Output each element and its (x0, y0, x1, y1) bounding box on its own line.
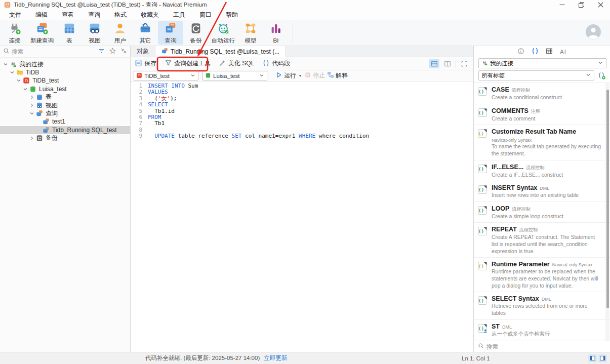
menu-帮助[interactable]: 帮助 (219, 10, 245, 20)
snippet-item-INSERT Syntax[interactable]: ()INSERT SyntaxDMLInsert new rows into a… (474, 181, 610, 202)
toolbar-autorun-button[interactable]: 自动运行 (209, 21, 238, 45)
chevron-right-icon[interactable] (29, 103, 35, 107)
snippet-item-CASE[interactable]: ()CASE流程控制Create a conditional construct (474, 83, 610, 104)
save-button[interactable]: 保存 (135, 59, 156, 68)
toolbar-table-button[interactable]: 表 (57, 21, 82, 45)
menu-格式[interactable]: 格式 (107, 10, 134, 20)
code-snippet-paren-icon (262, 59, 270, 68)
snippet-item-IF...ELSE...[interactable]: ()IF...ELSE...流程控制Create a IF...ELSE... … (474, 160, 610, 182)
beautify-wand-icon (219, 59, 226, 68)
toolbar-separator (293, 23, 293, 43)
tree-item-视图[interactable]: 视图 (0, 101, 130, 109)
tree-item-备份[interactable]: 备份 (0, 134, 130, 142)
tree-item-test1[interactable]: test1 (0, 117, 130, 126)
tree-item-Tidb_Running SQL_test[interactable]: Tidb_Running SQL_test (0, 126, 130, 134)
menu-文件[interactable]: 文件 (2, 10, 28, 20)
code-line-6: 6FROM (131, 114, 473, 120)
sql-editor[interactable]: 1INSERT INTO Sum2VALUES3 ('女');4SELECT5 … (131, 82, 473, 352)
info-icon[interactable] (517, 48, 524, 56)
toggle-left-panel-icon[interactable] (588, 354, 597, 362)
tree-item-TiDB[interactable]: TiDB (0, 68, 130, 76)
svg-text:(): () (478, 131, 484, 136)
connection-plug-icon (481, 60, 487, 67)
menu-查看[interactable]: 查看 (55, 10, 81, 20)
result-grid-icon[interactable] (546, 48, 553, 56)
toolbar-query-button[interactable]: 查询 (158, 21, 183, 45)
code-snippet-button[interactable]: 代码段 (262, 59, 290, 68)
snippet-item-Runtime Parameter[interactable]: ()Runtime ParameterNavicat-only SyntaxRu… (474, 258, 610, 292)
run-button[interactable]: 运行 (275, 71, 296, 80)
chevron-down-icon[interactable] (29, 111, 35, 115)
split-horizontal-button[interactable] (429, 59, 439, 68)
toolbar-connect-button[interactable]: 连接 (2, 21, 27, 45)
beautify-sql-button[interactable]: 美化 SQL (219, 59, 254, 68)
chevron-down-icon[interactable] (9, 70, 15, 74)
tag-filter-select[interactable]: 所有标签 (478, 70, 594, 80)
toolbar-user-button[interactable]: 用户 (107, 21, 133, 45)
snippet-item-ST[interactable]: ()STDML从一个或多个表中检索行 (474, 320, 610, 341)
snippet-item-REPEAT[interactable]: ()REPEAT流程控制Create A REPEAT construct. T… (474, 223, 610, 258)
ai-tab-icon[interactable]: AI (560, 49, 566, 55)
chevron-down-icon[interactable] (22, 87, 28, 91)
fullscreen-button[interactable] (459, 59, 469, 68)
snippet-connection-select[interactable]: 我的连接 (478, 58, 606, 68)
toolbar-backup-button[interactable]: 备份 (183, 21, 209, 45)
backup-sm-icon (36, 135, 44, 142)
tab-query-document[interactable]: Tidb_Running SQL_test @Luisa_test (... (155, 46, 286, 57)
tree-item-表[interactable]: 表 (0, 93, 130, 101)
tree-item-查询[interactable]: 查询 (0, 109, 130, 117)
tidb-connection-icon: Ti (136, 72, 142, 79)
toolbar-other-button[interactable]: 其它▾ (133, 21, 158, 45)
snippet-item-SELECT Syntax[interactable]: ()SELECT SyntaxDMLRetrieve rows selected… (474, 292, 610, 319)
snippet-item-Total(Customer)[interactable]: ()Total(Customer)统计所有消费者的消费金额 (474, 340, 610, 341)
restore-button[interactable] (572, 0, 591, 10)
menu-查询[interactable]: 查询 (81, 10, 107, 20)
update-now-link[interactable]: 立即更新 (264, 354, 287, 362)
snippet-search-input[interactable] (486, 344, 606, 350)
snippet-item-Customize Result Tab Name[interactable]: ()Customize Result Tab NameNavicat-only … (474, 125, 610, 160)
split-vertical-button[interactable] (442, 59, 453, 68)
user-avatar[interactable] (586, 24, 601, 41)
menu-工具[interactable]: 工具 (166, 10, 192, 20)
chevron-down-icon[interactable] (16, 78, 22, 83)
chevron-down-icon[interactable] (3, 62, 9, 66)
minimize-button[interactable] (552, 0, 572, 10)
toolbar-new-query-button[interactable]: 新建查询 (27, 21, 57, 45)
toolbar-model-button[interactable]: 模型 (238, 21, 263, 45)
tab-对象[interactable]: 对象 (131, 46, 155, 57)
favorites-star-icon[interactable] (109, 48, 116, 56)
filter-icon[interactable] (98, 48, 105, 56)
status-bar: 代码补全就绪. (最后更新: 2025-05-27 14:00) 立即更新 Ln… (0, 352, 610, 364)
close-button[interactable] (591, 0, 610, 10)
menu-收藏夹[interactable]: 收藏夹 (134, 10, 166, 20)
stop-button[interactable]: 停止 (304, 71, 325, 80)
snippet-item-LOOP[interactable]: ()LOOP流程控制Create a simple loop construct (474, 202, 610, 223)
connection-select[interactable]: Ti TiDB_test (134, 71, 198, 80)
collapse-all-icon[interactable] (120, 48, 127, 56)
tree-item-我的连接[interactable]: 我的连接 (0, 60, 130, 68)
snippet-item-COMMENTS[interactable]: ()COMMENTS注释Create a comment (474, 104, 610, 126)
toolbar-view-button[interactable]: 视图 (82, 21, 107, 45)
toolbar-bi-button[interactable]: BI (263, 21, 289, 45)
chevron-right-icon[interactable] (29, 95, 35, 99)
database-select[interactable]: Luisa_test (202, 71, 267, 80)
table-icon (63, 22, 76, 36)
run-dropdown-caret[interactable]: ▾ (299, 73, 301, 78)
menu-窗口[interactable]: 窗口 (192, 10, 219, 20)
explain-button[interactable]: 解释 (327, 71, 348, 80)
toggle-right-panel-icon[interactable] (598, 354, 607, 362)
snippet-paren-icon[interactable] (532, 48, 539, 56)
new-snippet-button[interactable] (596, 71, 606, 80)
menu-编辑[interactable]: 编辑 (28, 10, 55, 20)
view-sm-icon (36, 102, 44, 109)
scrollbar-thumb[interactable] (606, 90, 609, 308)
query-builder-button[interactable]: 查询创建工具 (165, 59, 211, 68)
chevron-down-icon (597, 60, 603, 67)
query-sm-icon (36, 110, 44, 117)
sidebar-search-input[interactable] (12, 49, 96, 55)
chevron-right-icon[interactable] (29, 136, 35, 140)
snippet-scrollbar[interactable] (605, 83, 609, 341)
tree-item-TiDB_test[interactable]: TiTiDB_test (0, 76, 130, 85)
tree-item-Luisa_test[interactable]: Luisa_test (0, 85, 130, 93)
new-query-icon (35, 22, 49, 36)
